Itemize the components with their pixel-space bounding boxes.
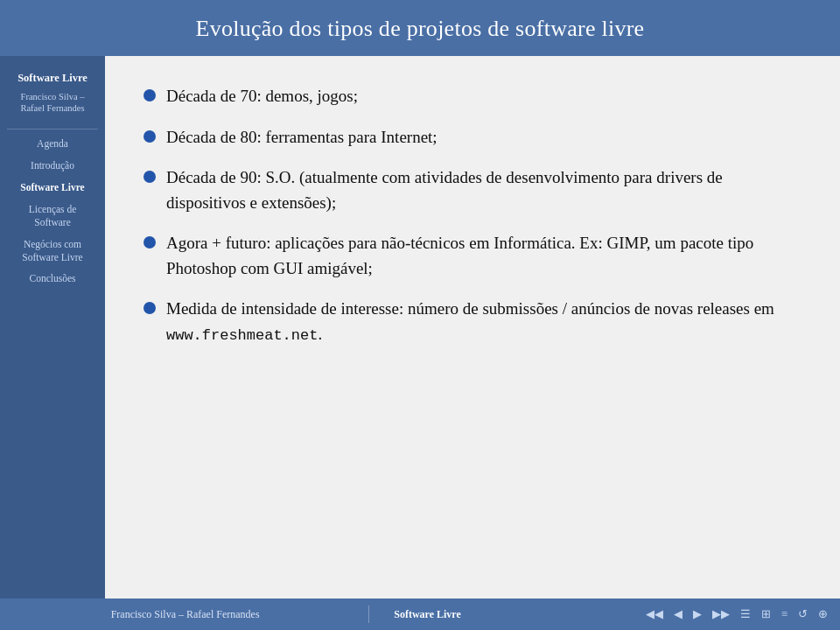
sidebar-divider [7,129,98,130]
nav-first-button[interactable]: ◀◀ [642,606,667,623]
nav-zoom-button[interactable]: ⊕ [815,606,831,623]
sidebar-title: Software Livre [7,68,98,89]
slide-title: Evolução dos tipos de projetos de softwa… [196,16,645,41]
bullet-item-3: Década de 90: S.O. (atualmente com ativi… [144,165,802,215]
bullet-text-5: Medida de intensidade de interesse: núme… [166,297,802,346]
slide-header: Evolução dos tipos de projetos de softwa… [0,0,840,56]
url-text: www.freshmeat.net [166,327,318,344]
sidebar-header: Software Livre Francisco Silva – Rafael … [7,68,98,120]
bullet-icon-3 [144,171,156,183]
sidebar-item-software-livre[interactable]: Software Livre [7,177,98,199]
sidebar-item-negocios[interactable]: Negócios com Software Livre [7,234,98,269]
nav-menu-button[interactable]: ☰ [737,606,754,623]
footer-left-text: Francisco Silva – Rafael Fernandes [9,608,361,621]
nav-last-button[interactable]: ▶▶ [709,606,733,623]
bullet-icon-1 [144,89,156,102]
nav-next-button[interactable]: ▶ [690,606,705,623]
sidebar-author: Francisco Silva – Rafael Fernandes [7,89,98,120]
bullet-text-3: Década de 90: S.O. (atualmente com ativi… [166,165,802,215]
content-area: Década de 70: demos, jogos; Década de 80… [105,56,840,598]
nav-list-button[interactable]: ≡ [778,606,791,623]
sidebar-item-introducao[interactable]: Introdução [7,155,98,177]
footer-nav: ◀◀ ◀ ▶ ▶▶ ☰ ⊞ ≡ ↺ ⊕ [479,606,831,623]
bullet-icon-5 [144,302,156,314]
nav-grid-button[interactable]: ⊞ [758,606,774,623]
footer: Francisco Silva – Rafael Fernandes Softw… [0,598,840,630]
bullet-text-2: Década de 80: ferramentas para Internet; [166,125,802,150]
footer-center-text: Software Livre [376,608,479,621]
nav-refresh-button[interactable]: ↺ [794,606,811,623]
footer-divider [368,606,369,623]
sidebar: Software Livre Francisco Silva – Rafael … [0,56,105,598]
sidebar-item-agenda[interactable]: Agenda [7,133,98,155]
sidebar-item-conclusoes[interactable]: Conclusões [7,268,98,290]
main-content: Software Livre Francisco Silva – Rafael … [0,56,840,598]
bullet-icon-2 [144,130,156,143]
bullet-text-4: Agora + futuro: aplicações para não-técn… [166,231,802,281]
sidebar-item-licencas[interactable]: Licenças de Software [7,199,98,234]
bullet-list: Década de 70: demos, jogos; Década de 80… [144,84,802,362]
bullet-item-1: Década de 70: demos, jogos; [144,84,802,109]
bullet-item-2: Década de 80: ferramentas para Internet; [144,125,802,150]
bullet-item-5: Medida de intensidade de interesse: núme… [144,297,802,346]
bullet-icon-4 [144,236,156,248]
bullet-text-1: Década de 70: demos, jogos; [166,84,802,109]
nav-prev-button[interactable]: ◀ [670,606,686,623]
bullet-item-4: Agora + futuro: aplicações para não-técn… [144,231,802,281]
